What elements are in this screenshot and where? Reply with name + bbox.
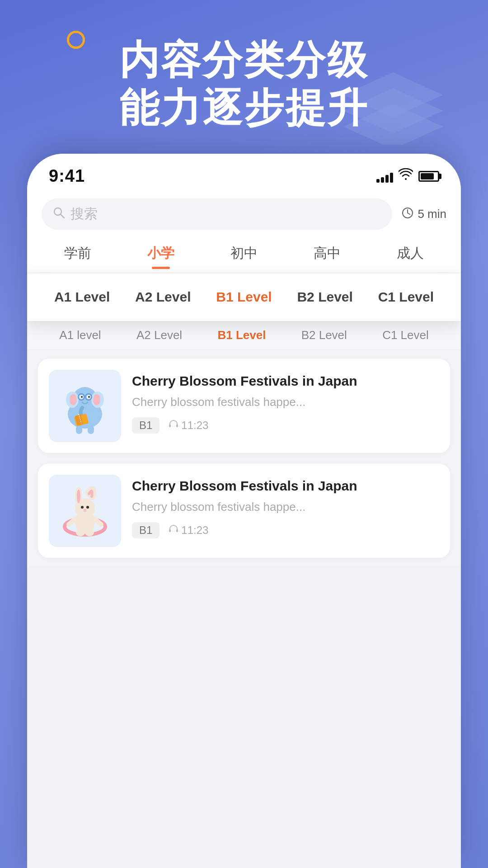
svg-point-29 [77,490,80,503]
search-icon [52,206,65,222]
svg-point-12 [81,396,83,398]
cat-tab-adult[interactable]: 成人 [369,238,452,269]
svg-point-8 [70,394,77,405]
article-meta-2: B1 11:23 [132,522,439,538]
cat-tab-high[interactable]: 高中 [286,238,369,269]
svg-rect-19 [88,425,94,434]
headphone-icon-2 [169,524,178,537]
hero-title-line2: 能力逐步提升 [0,84,488,132]
duration-badge-1: 11:23 [169,419,208,432]
duration-text-1: 11:23 [181,419,208,432]
level-tab-a2[interactable]: A2 Level [135,286,191,308]
sub-tab-b1[interactable]: B1 Level [217,328,266,342]
hero-title-line1: 内容分类分级 [0,36,488,84]
sub-tab-c1[interactable]: C1 Level [382,328,429,342]
search-box[interactable]: 搜索 [42,198,392,230]
headphone-icon-1 [169,419,178,432]
svg-point-14 [88,396,90,398]
status-time: 9:41 [49,166,85,186]
svg-rect-24 [176,424,178,427]
wifi-icon [399,168,413,184]
svg-line-4 [408,213,410,214]
level-badge-1: B1 [132,417,160,434]
duration-text-2: 11:23 [181,524,208,537]
svg-point-35 [76,529,85,536]
svg-point-10 [93,394,100,405]
svg-rect-23 [169,424,171,427]
phone-mockup: 9:41 [27,154,461,868]
cat-tab-elementary[interactable]: 小学 [119,238,202,269]
article-info-2: Cherry Blossom Festivals in Japan Cherry… [132,475,439,538]
level-tab-b1[interactable]: B1 Level [216,286,272,308]
svg-line-1 [61,214,64,218]
article-meta-1: B1 11:23 [132,417,439,434]
article-desc-1: Cherry blossom festivals happe... [132,395,322,409]
svg-point-30 [81,506,84,509]
article-title-2: Cherry Blossom Festivals in Japan [132,476,439,495]
battery-icon [418,171,439,182]
hero-section: 内容分类分级 能力逐步提升 [0,36,488,132]
level-tabs-overlay: A1 Level A2 Level B1 Level B2 Level C1 L… [27,273,461,321]
svg-rect-37 [169,529,171,532]
time-filter[interactable]: 5 min [401,207,446,222]
status-bar: 9:41 [27,154,461,191]
article-desc-2: Cherry blossom festivals happe... [132,500,322,514]
category-tabs: 学前 小学 初中 高中 成人 [27,234,461,273]
time-filter-label: 5 min [418,207,446,221]
cat-tab-preschool[interactable]: 学前 [36,238,119,269]
sub-level-tabs: A1 level A2 Level B1 Level B2 Level C1 L… [27,321,461,350]
svg-rect-38 [176,529,178,532]
level-tab-b2[interactable]: B2 Level [297,286,352,308]
svg-rect-18 [76,425,82,434]
sub-tab-a2[interactable]: A2 Level [136,328,182,342]
article-info-1: Cherry Blossom Festivals in Japan Cherry… [132,370,439,434]
level-tab-a1[interactable]: A1 Level [54,286,110,308]
cat-tab-middle[interactable]: 初中 [202,238,286,269]
svg-point-32 [84,509,86,511]
article-card-2[interactable]: Cherry Blossom Festivals in Japan Cherry… [38,464,450,558]
article-card-1[interactable]: Cherry Blossom Festivals in Japan Cherry… [38,359,450,453]
level-badge-2: B1 [132,522,160,538]
search-row: 搜索 5 min [27,191,461,234]
article-list: Cherry Blossom Festivals in Japan Cherry… [27,350,461,567]
app-content: 搜索 5 min 学前 小学 初中 高中 成人 [27,191,461,273]
signal-icon [376,170,393,183]
sub-tab-a1[interactable]: A1 level [59,328,101,342]
status-icons [376,168,439,184]
search-placeholder: 搜索 [70,205,98,223]
sub-tab-b2[interactable]: B2 Level [301,328,347,342]
article-thumb-2 [49,475,121,547]
duration-badge-2: 11:23 [169,524,208,537]
clock-icon [401,207,414,222]
svg-point-36 [85,529,94,536]
level-tab-c1[interactable]: C1 Level [378,286,434,308]
svg-point-31 [86,506,89,509]
article-thumb-1 [49,370,121,442]
article-title-1: Cherry Blossom Festivals in Japan [132,372,439,391]
